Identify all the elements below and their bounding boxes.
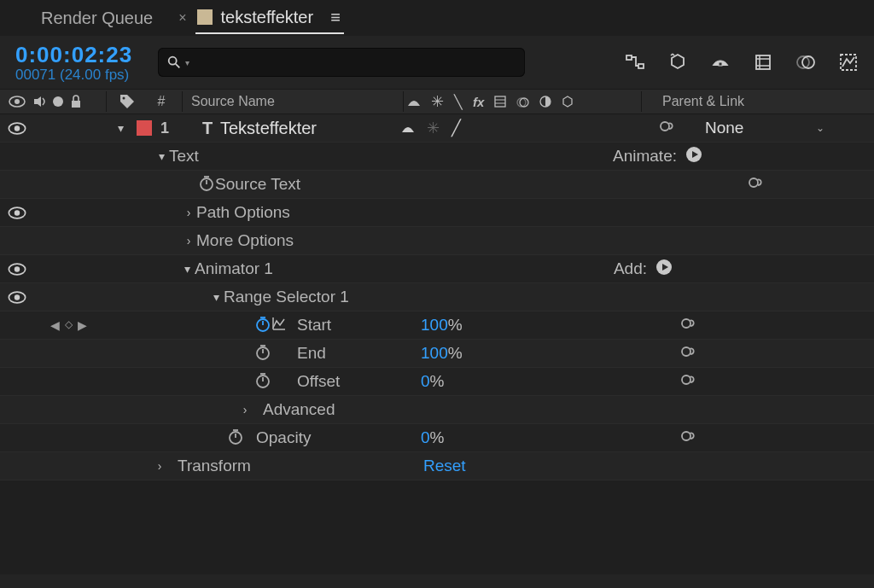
quality-switch[interactable]: ╱: [452, 119, 461, 137]
svg-rect-9: [638, 64, 644, 68]
layer-name[interactable]: Teksteffekter: [220, 119, 401, 138]
svg-point-34: [15, 266, 20, 271]
column-source-name-header[interactable]: Source Name: [186, 94, 399, 109]
speaker-icon: [32, 95, 46, 108]
visibility-toggle[interactable]: [8, 207, 26, 219]
column-number-header[interactable]: #: [144, 94, 178, 109]
shy-layers-icon[interactable]: [710, 52, 731, 73]
stopwatch-icon[interactable]: [254, 371, 271, 393]
group-text[interactable]: Text: [169, 147, 199, 166]
comp-swatch-icon: [197, 9, 213, 25]
svg-point-36: [15, 294, 20, 300]
timeline-search-input[interactable]: ▾: [158, 48, 525, 77]
panel-menu-icon[interactable]: ≡: [330, 8, 342, 27]
svg-rect-8: [626, 55, 632, 60]
add-menu-button[interactable]: [656, 259, 673, 280]
adjustment-icon: [539, 96, 551, 108]
comp-mini-flowchart-icon[interactable]: [625, 52, 645, 73]
transform-reset-button[interactable]: Reset: [423, 457, 466, 474]
draft-3d-icon[interactable]: [667, 52, 688, 73]
svg-line-7: [176, 64, 180, 68]
svg-rect-23: [495, 96, 505, 107]
timecode-subtitle: 00071 (24.00 fps): [15, 67, 132, 84]
collapse-switch[interactable]: ✳: [427, 119, 440, 137]
group-range-selector[interactable]: Range Selector 1: [224, 288, 349, 306]
chevron-right-icon[interactable]: ›: [152, 459, 167, 473]
svg-point-22: [123, 97, 125, 100]
pickwhip-icon[interactable]: [680, 342, 699, 365]
text-layer-icon: T: [195, 119, 220, 138]
solo-icon: [53, 96, 63, 107]
stopwatch-icon[interactable]: [254, 315, 271, 336]
parent-value: None: [705, 119, 743, 137]
svg-point-6: [169, 57, 177, 65]
chevron-right-icon[interactable]: ›: [181, 206, 196, 219]
stopwatch-icon[interactable]: [198, 174, 215, 195]
label-icon[interactable]: [119, 93, 136, 110]
group-animator[interactable]: Animator 1: [195, 259, 273, 278]
svg-rect-21: [72, 101, 80, 108]
prop-end[interactable]: End: [297, 344, 421, 363]
keyframe-nav[interactable]: ◀◇▶: [34, 318, 102, 332]
add-label: Add:: [614, 259, 647, 278]
prop-end-value[interactable]: 100%: [421, 344, 463, 362]
animate-label: Animate:: [613, 147, 677, 166]
pickwhip-icon[interactable]: [680, 314, 699, 337]
parent-dropdown[interactable]: None ⌄: [698, 119, 835, 137]
visibility-toggle[interactable]: [8, 263, 26, 276]
pickwhip-icon[interactable]: [680, 370, 699, 393]
svg-point-32: [15, 210, 20, 215]
chevron-right-icon[interactable]: ›: [237, 403, 253, 416]
visibility-toggle[interactable]: [8, 291, 26, 304]
chevron-right-icon[interactable]: ›: [181, 234, 196, 247]
group-transform[interactable]: Transform: [178, 457, 423, 475]
eye-icon: [9, 96, 26, 108]
prop-opacity[interactable]: Opacity: [256, 428, 421, 447]
close-icon[interactable]: ×: [170, 10, 195, 26]
group-more-options[interactable]: More Options: [196, 231, 294, 250]
pickwhip-icon[interactable]: [659, 117, 678, 140]
chevron-down-icon: ▾: [185, 58, 189, 67]
tab-label: teksteffekter: [221, 8, 314, 27]
frame-blend-icon[interactable]: [753, 52, 773, 73]
tab-composition[interactable]: teksteffekter ≡: [195, 3, 344, 34]
layer-label-swatch[interactable]: [137, 120, 152, 136]
shy-icon: [407, 96, 421, 108]
motion-blur-icon[interactable]: [795, 52, 816, 73]
stopwatch-icon[interactable]: [254, 343, 271, 364]
frame-blend-col-icon: [494, 96, 506, 108]
prop-opacity-value[interactable]: 0%: [421, 428, 444, 446]
chevron-down-icon[interactable]: ▾: [113, 121, 128, 135]
chevron-down-icon[interactable]: ▾: [154, 149, 169, 163]
tab-render-queue[interactable]: Render Queue: [41, 9, 153, 28]
prop-source-text[interactable]: Source Text: [215, 175, 300, 194]
search-icon: [166, 55, 182, 70]
graph-icon[interactable]: [271, 316, 287, 335]
svg-point-30: [15, 125, 20, 131]
fx-icon: fx: [473, 95, 484, 109]
svg-marker-20: [34, 96, 41, 107]
prop-offset[interactable]: Offset: [297, 372, 421, 391]
svg-rect-10: [719, 62, 722, 66]
stopwatch-icon[interactable]: [227, 428, 244, 449]
shy-switch[interactable]: [401, 122, 415, 134]
3d-layer-icon: [562, 96, 574, 108]
prop-start[interactable]: Start: [297, 316, 421, 335]
pickwhip-icon[interactable]: [748, 173, 766, 196]
group-advanced[interactable]: Advanced: [263, 400, 335, 419]
group-path-options[interactable]: Path Options: [196, 203, 290, 222]
lock-icon: [70, 95, 82, 108]
timecode[interactable]: 0:00:02:23: [15, 42, 132, 68]
asterisk-icon: ✳: [431, 92, 444, 111]
tab-label: Render Queue: [41, 9, 153, 28]
column-parent-header[interactable]: Parent & Link: [645, 94, 744, 109]
chevron-down-icon[interactable]: ▾: [179, 262, 195, 276]
chevron-down-icon[interactable]: ▾: [208, 290, 224, 304]
layer-visibility-toggle[interactable]: [8, 122, 26, 135]
pickwhip-icon[interactable]: [680, 427, 699, 450]
chevron-down-icon: ⌄: [816, 122, 835, 134]
prop-offset-value[interactable]: 0%: [421, 372, 444, 390]
animate-menu-button[interactable]: [685, 146, 702, 167]
graph-editor-icon[interactable]: [838, 52, 859, 73]
prop-start-value[interactable]: 100%: [421, 316, 463, 334]
